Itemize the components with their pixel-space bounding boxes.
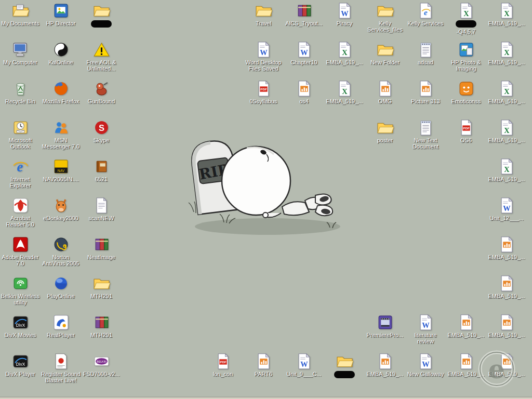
icon-label: lon_con xyxy=(213,371,233,377)
desktop-icon-acrobat-reader-5-0[interactable]: Acrobat Reader 5.0 xyxy=(0,197,41,228)
desktop-icon-emba-519[interactable]: XEMBA_519_... xyxy=(486,41,527,65)
desktop-icon-piracy[interactable]: WPiracy xyxy=(324,2,365,26)
desktop-icon-kelly-services[interactable]: eKelly Services xyxy=(405,2,446,26)
desktop-icon-emba-519[interactable]: EMBA_519_... xyxy=(446,314,486,338)
icon-label: KalOnline xyxy=(48,59,73,65)
winrar-icon xyxy=(93,236,110,253)
desktop-icon-edonkey2000[interactable]: eDonkey2000 xyxy=(41,197,81,221)
desktop-icon-realplayer[interactable]: RealPlayer xyxy=(41,314,81,338)
icon-label: EMBA_519_... xyxy=(448,371,485,377)
icon-label: poster xyxy=(377,137,393,143)
desktop-icon-my-computer[interactable]: My Computer xyxy=(0,41,41,65)
desktop-icon-chapter10[interactable]: WChapter10 xyxy=(284,41,324,65)
desktop-icon-emba-519[interactable]: EMBA_519_... xyxy=(365,353,405,377)
svg-text:X: X xyxy=(342,48,348,57)
desktop-icon-mth291[interactable]: MTH291 xyxy=(81,314,122,338)
desktop-icon-os4[interactable]: os4 xyxy=(284,80,324,104)
desktop-icon-premierepro[interactable]: PremierePro... xyxy=(365,314,405,338)
icon-label: NeatImage xyxy=(87,254,115,260)
desktop-icon-6521[interactable]: 6521 xyxy=(81,158,122,182)
desktop-icon-emba-519[interactable]: XEMBA_519_... xyxy=(486,158,527,182)
desktop-icon-gunbound[interactable]: GunBound xyxy=(81,80,122,104)
desktop-icon-internet-explorer[interactable]: eInternet Explorer xyxy=(0,158,41,189)
desktop-icon-mth291[interactable]: MTH291 xyxy=(81,275,122,299)
desktop-icon-emba-519[interactable]: EMBA_519_... xyxy=(486,236,527,260)
svg-text:DivX: DivX xyxy=(16,362,25,367)
desktop-icon-emoticonss[interactable]: Emoticonss xyxy=(446,80,486,104)
svg-text:PDF: PDF xyxy=(463,126,470,130)
desktop-icon-picture-313[interactable]: Picture 313 xyxy=(405,80,446,104)
desktop-icon-lon-con[interactable]: PDFlon_con xyxy=(203,353,243,377)
desktop-icon-msn-messenger-7-0[interactable]: MSN Messenger 7.0 xyxy=(41,119,81,150)
premiere-icon xyxy=(377,314,394,331)
desktop-icon-emba-519[interactable]: XEMBA_519_... xyxy=(486,119,527,143)
desktop[interactable]: RIP My DocumentsMy xyxy=(0,0,532,399)
desktop-icon-new-folder[interactable]: New Folder xyxy=(365,41,405,65)
icon-label: FSD7000-v2... xyxy=(83,371,120,377)
desktop-icon-q4-5-7[interactable]: X-Q4,5,7 xyxy=(446,2,486,35)
desktop-icon-mozilla-firefox[interactable]: Mozilla Firefox xyxy=(41,80,81,104)
icon-label: DivX Player xyxy=(5,371,35,377)
desktop-icon-register-sound-blaster-live[interactable]: Register Sound Blaster Live! xyxy=(41,353,81,383)
desktop-icon-travel[interactable]: Travel xyxy=(243,2,284,26)
desktop-icon-neatimage[interactable]: NeatImage xyxy=(81,236,122,260)
taskbar-edge[interactable] xyxy=(0,397,532,399)
gunbound-icon xyxy=(93,80,110,97)
word-icon: W xyxy=(498,197,515,214)
icon-label: EMBA_519_... xyxy=(488,254,525,260)
ppt-icon xyxy=(498,236,515,253)
desktop-icon-my-documents[interactable]: My Documents xyxy=(0,2,41,26)
desktop-icon-emba-519[interactable]: EMBA_519_... xyxy=(486,314,527,338)
desktop-icon-word-desktop-files-saved[interactable]: WWord Desktop Files Saved xyxy=(243,41,284,72)
desktop-icon-kelly-services-files[interactable]: Kelly Services_files xyxy=(365,2,405,33)
desktop-icon-norton-antivirus-2005[interactable]: Norton AntiVirus 2005 xyxy=(41,236,81,267)
desktop-icon-censored[interactable] xyxy=(81,2,122,28)
desktop-icon-adobe-reader-7-0[interactable]: Adobe Reader 7.0 xyxy=(0,236,41,267)
desktop-icon-nav2005in[interactable]: NAVNAV2005IN.... xyxy=(41,158,81,182)
desktop-icon-fsd7000-v2[interactable]: BELKINFSD7000-v2... xyxy=(81,353,122,377)
desktop-icon-belkin-wireless-utility[interactable]: Belkin Wireless utility xyxy=(0,275,41,305)
icon-label: EMBA_519_... xyxy=(488,98,525,104)
censor-blob xyxy=(456,20,476,28)
desktop-icon-poster[interactable]: poster xyxy=(365,119,405,143)
desktop-icon-new-text-document[interactable]: New Text Document xyxy=(405,119,446,150)
icon-label: Unit_9___C... xyxy=(286,371,321,377)
desktop-icon-unit-12[interactable]: WUnit_12___... xyxy=(486,197,527,221)
desktop-icon-emba-519[interactable]: EMBA_519_... xyxy=(486,353,527,377)
ppt-icon xyxy=(458,314,475,331)
ppt-icon xyxy=(498,353,515,370)
svg-text:NAV: NAV xyxy=(57,169,64,172)
desktop-icon-hp-photo-imaging[interactable]: HP Photo & Imaging xyxy=(446,41,486,72)
desktop-icon-omg[interactable]: OMG xyxy=(365,80,405,104)
desktop-icon-skype[interactable]: SSkype xyxy=(81,119,122,143)
desktop-icon-part6[interactable]: PART6 xyxy=(243,353,284,377)
icon-label: Skype xyxy=(94,137,110,143)
desktop-icon-censored[interactable] xyxy=(324,353,365,378)
desktop-icon-0ssyllabus[interactable]: PDF0Ssyllabus xyxy=(243,80,284,104)
desktop-icon-adsad[interactable]: adsad xyxy=(405,41,446,65)
desktop-icon-emba-519[interactable]: EMBA_519_... xyxy=(486,275,527,299)
desktop-icon-emba-519[interactable]: XEMBA_519_... xyxy=(486,2,527,26)
notepad-icon xyxy=(417,41,434,58)
desktop-icon-unit-9-c[interactable]: WUnit_9___C... xyxy=(284,353,324,377)
desktop-icon-emba-519[interactable]: EMBA_519_... xyxy=(446,353,486,377)
desktop-icon-os6[interactable]: PDFOS6 xyxy=(446,119,486,143)
desktop-icon-scannew[interactable]: scanNEW xyxy=(81,197,122,221)
desktop-icon-hp-director[interactable]: HP Director xyxy=(41,2,81,26)
desktop-icon-divx-player[interactable]: DivXDivX Player xyxy=(0,353,41,377)
winrar-icon xyxy=(296,2,313,19)
desktop-icon-emba-519[interactable]: XEMBA_519_... xyxy=(324,41,365,65)
desktop-icon-literature-review[interactable]: Wliterature review xyxy=(405,314,446,344)
desktop-icon-free-aol-unlimited[interactable]: Free AOL & Unlimited... xyxy=(81,41,122,72)
desktop-icon-aics-tryout[interactable]: AICS_Tryout... xyxy=(284,2,324,26)
desktop-icon-kalonline[interactable]: KalOnline xyxy=(41,41,81,65)
desktop-icon-microsoft-outlook[interactable]: Microsoft Outlook xyxy=(0,119,41,150)
icon-label: EMBA_519_... xyxy=(326,59,363,65)
icon-label: EMBA_519_... xyxy=(488,176,525,182)
desktop-icon-emba-519[interactable]: XEMBA_519_... xyxy=(486,80,527,104)
desktop-icon-divx-movies[interactable]: DivXDivX Movies xyxy=(0,314,41,338)
desktop-icon-emba-519[interactable]: XEMBA_519_... xyxy=(324,80,365,104)
desktop-icon-playonline[interactable]: PlayOnline xyxy=(41,275,81,299)
desktop-icon-recycle-bin[interactable]: Recycle Bin xyxy=(0,80,41,104)
desktop-icon-new-galloway[interactable]: WNew Galloway xyxy=(405,353,446,377)
